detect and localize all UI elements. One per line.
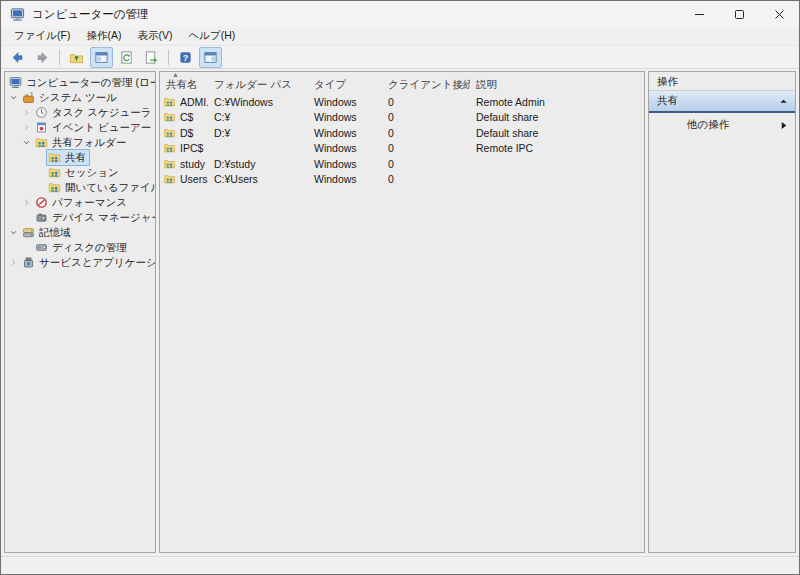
chevron-down-icon[interactable] xyxy=(20,138,33,147)
submenu-arrow-icon xyxy=(780,121,788,130)
more-actions-item[interactable]: 他の操作 xyxy=(649,116,795,134)
export-list-button[interactable] xyxy=(140,47,163,68)
up-one-level-button[interactable] xyxy=(65,47,88,68)
table-row[interactable]: D$D:¥Windows0Default share xyxy=(160,125,644,141)
cell-connections: 0 xyxy=(382,111,470,123)
maximize-button[interactable] xyxy=(719,1,759,27)
forward-button[interactable] xyxy=(31,47,54,68)
column-header-description[interactable]: 説明 xyxy=(470,78,644,92)
show-console-tree-button[interactable] xyxy=(90,47,113,68)
cell-type: Windows xyxy=(308,111,382,123)
tree-item-performance[interactable]: パフォーマンス xyxy=(5,195,155,210)
tree-item-body[interactable]: サービスとアプリケーション xyxy=(20,254,156,271)
share-name-text: study xyxy=(180,158,205,170)
help-button[interactable]: ? xyxy=(174,47,197,68)
table-row[interactable]: studyD:¥studyWindows0 xyxy=(160,156,644,172)
tree-item-disk-management[interactable]: ディスクの管理 xyxy=(5,240,155,255)
action-window-icon xyxy=(203,50,218,65)
titlebar[interactable]: コンピューターの管理 xyxy=(1,1,799,27)
chevron-right-icon[interactable] xyxy=(20,198,33,207)
menu-item-help[interactable]: ヘルプ(H) xyxy=(180,28,243,44)
storage-icon xyxy=(22,226,36,239)
tree-item-label: システム ツール xyxy=(39,91,117,105)
table-row[interactable]: ADMI...C:¥WindowsWindows0Remote Admin xyxy=(160,94,644,110)
toolbar-separator xyxy=(168,50,169,65)
cell-share-name: ADMI... xyxy=(160,96,208,108)
tree-item-sessions[interactable]: セッション xyxy=(5,165,155,180)
shared-folder-icon xyxy=(163,96,177,108)
forward-arrow-icon xyxy=(35,50,50,65)
close-button[interactable] xyxy=(759,1,799,27)
cell-type: Windows xyxy=(308,173,382,185)
chevron-right-icon[interactable] xyxy=(20,123,33,132)
cell-folder-path: C:¥Users xyxy=(208,173,308,185)
back-arrow-icon xyxy=(10,50,25,65)
back-button[interactable] xyxy=(6,47,29,68)
shared-folder-icon xyxy=(35,136,49,149)
disk-icon xyxy=(35,241,49,254)
cell-type: Windows xyxy=(308,142,382,154)
tree-item-open-files[interactable]: 開いているファイル xyxy=(5,180,155,195)
chevron-down-icon[interactable] xyxy=(7,228,20,237)
refresh-button[interactable] xyxy=(115,47,138,68)
cell-folder-path: C:¥Windows xyxy=(208,96,308,108)
show-action-pane-button[interactable] xyxy=(199,47,222,68)
tree-item-label: 共有 xyxy=(65,151,86,165)
minimize-button[interactable] xyxy=(679,1,719,27)
shared-folder-icon xyxy=(163,142,177,154)
tree-item-label: ディスクの管理 xyxy=(52,241,127,255)
cell-connections: 0 xyxy=(382,158,470,170)
table-row[interactable]: IPC$Windows0Remote IPC xyxy=(160,141,644,157)
cell-connections: 0 xyxy=(382,173,470,185)
tree-item-shares[interactable]: 共有 xyxy=(5,150,155,165)
clock-icon xyxy=(35,106,49,119)
column-header-folder-path[interactable]: フォルダー パス xyxy=(208,78,308,92)
tree-item-shared-folders[interactable]: 共有フォルダー xyxy=(5,135,155,150)
tree-item-device-manager[interactable]: デバイス マネージャー xyxy=(5,210,155,225)
cell-share-name: D$ xyxy=(160,127,208,139)
tree-item-storage[interactable]: 記憶域 xyxy=(5,225,155,240)
menu-item-file[interactable]: ファイル(F) xyxy=(6,28,78,44)
column-header-client-connections[interactable]: クライアント接続数 xyxy=(382,78,470,92)
share-name-text: Users xyxy=(180,173,207,185)
tree-item-services-and-applications[interactable]: サービスとアプリケーション xyxy=(5,255,155,270)
menu-bar: ファイル(F)操作(A)表示(V)ヘルプ(H) xyxy=(1,27,799,46)
chevron-right-icon[interactable] xyxy=(7,258,20,267)
tree-item-task-scheduler[interactable]: タスク スケジューラ xyxy=(5,105,155,120)
column-header-share-name[interactable]: 共有名 xyxy=(160,78,208,92)
shared-folder-icon xyxy=(48,151,62,164)
toolbar: ? xyxy=(1,46,799,69)
actions-section-shares[interactable]: 共有 xyxy=(649,91,795,113)
share-name-text: ADMI... xyxy=(180,96,208,108)
shared-folder-icon xyxy=(48,181,62,194)
tree-item-label: コンピューターの管理 (ローカル) xyxy=(26,76,156,90)
tree-item-label: デバイス マネージャー xyxy=(52,211,156,225)
tree-item-event-viewer[interactable]: イベント ビューアー xyxy=(5,120,155,135)
tree-item-system-tools[interactable]: システム ツール xyxy=(5,90,155,105)
tree-item-computer-management-root[interactable]: コンピューターの管理 (ローカル) xyxy=(5,75,155,90)
window-title: コンピューターの管理 xyxy=(32,7,149,22)
refresh-icon xyxy=(119,50,134,65)
chevron-down-icon[interactable] xyxy=(7,93,20,102)
menu-item-view[interactable]: 表示(V) xyxy=(129,28,180,44)
cell-description: Remote IPC xyxy=(470,142,644,154)
toolbar-separator xyxy=(59,50,60,65)
sort-ascending-icon: ▲ xyxy=(172,71,179,79)
actions-pane: 操作 共有 他の操作 xyxy=(648,71,796,553)
chevron-right-icon[interactable] xyxy=(20,108,33,117)
table-row[interactable]: UsersC:¥UsersWindows0 xyxy=(160,172,644,188)
column-header-type[interactable]: タイプ xyxy=(308,78,382,92)
cell-share-name: Users xyxy=(160,173,208,185)
cell-type: Windows xyxy=(308,127,382,139)
collapse-section-icon[interactable] xyxy=(779,97,788,106)
shares-list-pane: ▲ 共有名フォルダー パスタイプクライアント接続数説明 ADMI...C:¥Wi… xyxy=(159,71,645,553)
menu-item-action[interactable]: 操作(A) xyxy=(78,28,129,44)
list-column-header: ▲ 共有名フォルダー パスタイプクライアント接続数説明 xyxy=(160,72,644,94)
tree-item-label: 記憶域 xyxy=(39,226,71,240)
table-row[interactable]: C$C:¥Windows0Default share xyxy=(160,110,644,126)
tree-item-label: 共有フォルダー xyxy=(52,136,126,150)
help-icon: ? xyxy=(178,50,193,65)
actions-section-label: 共有 xyxy=(657,94,678,108)
list-body: ADMI...C:¥WindowsWindows0Remote AdminC$C… xyxy=(160,94,644,552)
svg-text:?: ? xyxy=(183,52,188,62)
